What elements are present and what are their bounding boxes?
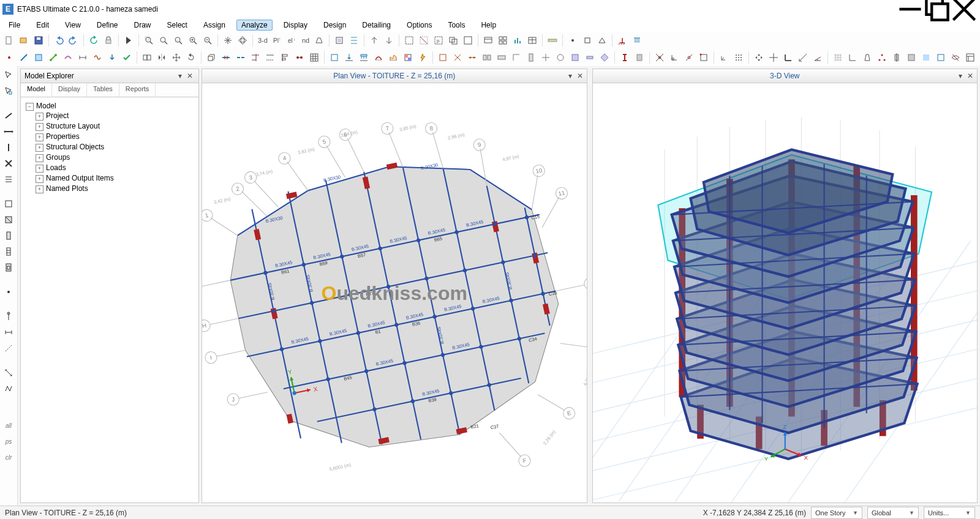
- redo-icon[interactable]: [67, 34, 80, 47]
- extend-icon[interactable]: [263, 51, 277, 64]
- draw-quick-beam-icon[interactable]: [2, 125, 15, 138]
- show-axes-icon[interactable]: [846, 51, 859, 64]
- model-check-icon[interactable]: [120, 51, 134, 64]
- menu-design[interactable]: Design: [318, 20, 351, 31]
- menu-file[interactable]: File: [4, 20, 25, 31]
- view-dropdown-icon[interactable]: ▾: [956, 72, 965, 80]
- draw-dim-icon[interactable]: [2, 326, 15, 339]
- draw-ref-icon[interactable]: [2, 342, 15, 355]
- minimize-button[interactable]: [897, 0, 924, 18]
- clr-label-icon[interactable]: clr: [2, 450, 15, 464]
- join-frame-icon[interactable]: [234, 51, 247, 64]
- menu-detailing[interactable]: Detailing: [357, 20, 396, 31]
- frame-extrude-icon[interactable]: [890, 51, 903, 64]
- assign-load-icon[interactable]: [630, 34, 644, 47]
- model-tree[interactable]: −Model +Project +Structure Layout +Prope…: [21, 97, 198, 502]
- snap-end-icon[interactable]: [581, 34, 594, 47]
- tab-model[interactable]: Model: [21, 83, 52, 97]
- select-all-icon[interactable]: [402, 34, 416, 47]
- intersect-select-icon[interactable]: [447, 34, 460, 47]
- run-icon[interactable]: [122, 34, 135, 47]
- object-shrink-icon[interactable]: [333, 34, 346, 47]
- view-nd-label[interactable]: nd: [300, 37, 311, 44]
- menu-tools[interactable]: Tools: [443, 20, 470, 31]
- tab-reports[interactable]: Reports: [119, 83, 156, 97]
- draw-joint-icon[interactable]: [2, 285, 15, 299]
- extra-12-icon[interactable]: [598, 51, 611, 64]
- extra-3-icon[interactable]: [466, 51, 479, 64]
- zoom-in-icon[interactable]: [186, 34, 200, 47]
- extra-6-icon[interactable]: [510, 51, 523, 64]
- model-explorer-header[interactable]: Model Explorer ▾ ✕: [21, 69, 198, 83]
- zoom-out-icon[interactable]: [201, 34, 214, 47]
- link-icon[interactable]: [47, 51, 60, 64]
- tree-structure-layout[interactable]: Structure Layout: [46, 122, 100, 130]
- force-icon[interactable]: [105, 51, 119, 64]
- rotate-icon[interactable]: [184, 51, 198, 64]
- draw-developed-icon[interactable]: [2, 382, 15, 395]
- expand-icon[interactable]: +: [36, 123, 43, 131]
- status-csys-dropdown[interactable]: Global▼: [867, 507, 919, 519]
- frame-icon[interactable]: [17, 51, 31, 64]
- clear-select-icon[interactable]: [461, 34, 475, 47]
- lock-icon[interactable]: [102, 34, 115, 47]
- replicate-icon[interactable]: [140, 51, 154, 64]
- save-icon[interactable]: [32, 34, 45, 47]
- draw-quick-wall-icon[interactable]: [2, 245, 15, 258]
- perspective-icon[interactable]: [312, 34, 326, 47]
- tables-icon[interactable]: [526, 34, 539, 47]
- menu-display[interactable]: Display: [279, 20, 312, 31]
- snap-mid-icon[interactable]: [595, 34, 609, 47]
- draw-floor-icon[interactable]: [2, 197, 15, 211]
- cursor-move-icon[interactable]: [752, 51, 766, 64]
- menu-analyze[interactable]: Analyze: [236, 20, 273, 31]
- area-icon[interactable]: [32, 51, 45, 64]
- show-stress-icon[interactable]: [401, 51, 415, 64]
- expand-icon[interactable]: +: [36, 175, 43, 183]
- tree-project[interactable]: Project: [46, 111, 69, 120]
- menu-define[interactable]: Define: [92, 20, 123, 31]
- cursor-crosshair-icon[interactable]: [767, 51, 780, 64]
- rotate3d-icon[interactable]: [236, 34, 249, 47]
- panel-dropdown-icon[interactable]: ▾: [175, 72, 185, 80]
- menu-draw[interactable]: Draw: [129, 20, 156, 31]
- menu-view[interactable]: View: [60, 20, 86, 31]
- deformed-icon[interactable]: [91, 51, 104, 64]
- undo-icon[interactable]: [52, 34, 66, 47]
- move-icon[interactable]: [170, 51, 183, 64]
- 3d-view-canvas[interactable]: X Y Z: [593, 83, 978, 502]
- extra-9-icon[interactable]: [554, 51, 567, 64]
- cursor-angle-icon[interactable]: [811, 51, 824, 64]
- expand-icon[interactable]: +: [36, 133, 43, 141]
- joint-icon[interactable]: [2, 51, 16, 64]
- show-loads-dist-icon[interactable]: [357, 51, 371, 64]
- merge-icon[interactable]: [293, 51, 306, 64]
- shell-extrude-icon[interactable]: [905, 51, 918, 64]
- assign-restraint-icon[interactable]: [616, 34, 629, 47]
- extra-8-icon[interactable]: [539, 51, 552, 64]
- design-steel-icon[interactable]: [618, 51, 631, 64]
- tab-tables[interactable]: Tables: [87, 83, 119, 97]
- extra-1-icon[interactable]: [436, 51, 450, 64]
- move-down-icon[interactable]: [382, 34, 396, 47]
- menu-assign[interactable]: Assign: [198, 20, 230, 31]
- all-label-icon[interactable]: all: [2, 419, 15, 432]
- align-icon[interactable]: [278, 51, 292, 64]
- show-undeformed-icon[interactable]: [328, 51, 341, 64]
- detail-icon[interactable]: [963, 51, 977, 64]
- mesh-icon[interactable]: [307, 51, 321, 64]
- edge-display-icon[interactable]: [861, 51, 874, 64]
- tree-root[interactable]: Model: [36, 102, 56, 110]
- set-display-icon[interactable]: [347, 34, 361, 47]
- show-forces-icon[interactable]: [386, 51, 400, 64]
- zoom-previous-icon[interactable]: ←: [172, 34, 185, 47]
- ps-label-icon[interactable]: ps: [2, 435, 15, 448]
- draw-grid-icon[interactable]: [2, 310, 15, 323]
- wire-icon[interactable]: [934, 51, 948, 64]
- snap-perp-icon[interactable]: [668, 51, 681, 64]
- cursor-trace-icon[interactable]: [796, 51, 810, 64]
- expand-icon[interactable]: +: [36, 113, 43, 121]
- panel-close-icon[interactable]: ✕: [185, 72, 195, 80]
- pointer-icon[interactable]: [2, 69, 15, 82]
- show-loads-point-icon[interactable]: [342, 51, 356, 64]
